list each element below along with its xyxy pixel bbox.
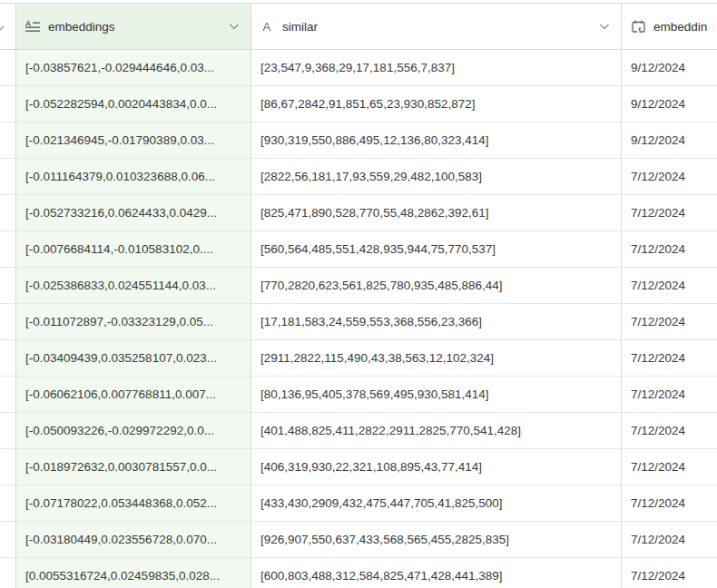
table-row: [-0.021346945,-0.01790389,0.03... [930,3… xyxy=(0,122,717,159)
cell-similar[interactable]: [926,907,550,637,433,568,565,455,2825,83… xyxy=(251,522,622,558)
cell-similar[interactable]: [2822,56,181,17,93,559,29,482,100,583] xyxy=(251,159,622,195)
date-value: 9/12/2024 xyxy=(631,97,685,111)
date-value: 7/12/2024 xyxy=(631,242,685,256)
table-row: [-0.018972632,0.0030781557,0.0... [406,3… xyxy=(0,449,717,485)
row-gutter-cell[interactable] xyxy=(0,413,16,449)
chevron-down-icon[interactable] xyxy=(597,19,612,34)
row-gutter-cell[interactable] xyxy=(0,340,16,377)
row-gutter-cell[interactable] xyxy=(0,522,16,558)
cell-similar[interactable]: [406,319,930,22,321,108,895,43,77,414] xyxy=(251,449,622,485)
cell-embeddings[interactable]: [-0.052733216,0.0624433,0.0429... xyxy=(16,195,251,231)
similar-value: [401,488,825,411,2822,2911,2825,770,541,… xyxy=(260,424,521,437)
table-row: [-0.011164379,0.010323688,0.06... [2822,… xyxy=(0,159,717,195)
cell-embedding-date[interactable]: 7/12/2024 xyxy=(622,522,717,558)
similar-value: [2911,2822,115,490,43,38,563,12,102,324] xyxy=(260,351,494,365)
cell-similar[interactable]: [86,67,2842,91,851,65,23,930,852,872] xyxy=(251,86,622,122)
column-header-label: similar xyxy=(282,20,318,34)
column-header-similar[interactable]: A similar xyxy=(251,4,622,50)
single-line-text-icon: A xyxy=(260,19,275,34)
cell-embedding-date[interactable]: 7/12/2024 xyxy=(622,268,717,304)
column-header-embedding-date[interactable]: embeddin xyxy=(622,4,717,50)
cell-similar[interactable]: [80,136,95,405,378,569,495,930,581,414] xyxy=(251,377,622,413)
cell-embedding-date[interactable]: 7/12/2024 xyxy=(622,449,717,485)
embeddings-value: [-0.03409439,0.035258107,0.023... xyxy=(25,351,217,365)
similar-value: [86,67,2842,91,851,65,23,930,852,872] xyxy=(260,97,475,111)
row-gutter-cell[interactable] xyxy=(0,377,16,413)
embeddings-value: [0.0055316724,0.02459835,0.028... xyxy=(25,569,220,583)
row-gutter-cell[interactable] xyxy=(0,231,16,268)
date-value: 7/12/2024 xyxy=(631,351,685,365)
cell-embedding-date[interactable]: 7/12/2024 xyxy=(622,231,717,268)
similar-value: [406,319,930,22,321,108,895,43,77,414] xyxy=(260,460,482,474)
chevron-down-icon[interactable] xyxy=(227,19,241,34)
row-gutter-cell[interactable] xyxy=(0,86,16,122)
similar-value: [23,547,9,368,29,17,181,556,7,837] xyxy=(260,61,455,74)
cell-embedding-date[interactable]: 7/12/2024 xyxy=(622,304,717,340)
cell-similar[interactable]: [825,471,890,528,770,55,48,2862,392,61] xyxy=(251,195,622,231)
cell-similar[interactable]: [17,181,583,24,559,553,368,556,23,366] xyxy=(251,304,622,340)
cell-similar[interactable]: [23,547,9,368,29,17,181,556,7,837] xyxy=(251,50,622,86)
cell-embedding-date[interactable]: 9/12/2024 xyxy=(622,50,717,86)
cell-embedding-date[interactable]: 7/12/2024 xyxy=(622,558,717,588)
long-text-icon: A xyxy=(25,19,41,34)
data-table: A embeddings A simil xyxy=(0,3,717,588)
row-gutter-cell[interactable] xyxy=(0,449,16,485)
date-value: 9/12/2024 xyxy=(631,133,685,147)
cell-embeddings[interactable]: [-0.07178022,0.053448368,0.052... xyxy=(16,485,251,522)
cell-embedding-date[interactable]: 7/12/2024 xyxy=(622,340,717,377)
cell-embeddings[interactable]: [-0.03409439,0.035258107,0.023... xyxy=(16,340,251,377)
row-gutter-cell[interactable] xyxy=(0,304,16,340)
cell-similar[interactable]: [401,488,825,411,2822,2911,2825,770,541,… xyxy=(251,413,622,449)
row-gutter-cell[interactable] xyxy=(0,268,16,304)
date-value: 7/12/2024 xyxy=(631,387,685,401)
similar-value: [930,319,550,886,495,12,136,80,323,414] xyxy=(260,133,488,147)
cell-embeddings[interactable]: [-0.025386833,0.024551144,0.03... xyxy=(16,268,251,304)
date-value: 9/12/2024 xyxy=(631,61,685,74)
cell-embeddings[interactable]: [-0.052282594,0.0020443834,0.0... xyxy=(16,86,251,122)
cell-similar[interactable]: [600,803,488,312,584,825,471,428,441,389… xyxy=(251,558,622,588)
column-header-embeddings[interactable]: A embeddings xyxy=(16,4,251,50)
cell-embedding-date[interactable]: 9/12/2024 xyxy=(622,86,717,122)
cell-embedding-date[interactable]: 7/12/2024 xyxy=(622,195,717,231)
cell-embeddings[interactable]: [-0.011072897,-0.03323129,0.05... xyxy=(16,304,251,340)
embeddings-value: [-0.052282594,0.0020443834,0.0... xyxy=(25,97,217,111)
cell-embedding-date[interactable]: 9/12/2024 xyxy=(622,122,717,159)
gutter-header-cell xyxy=(0,4,16,50)
cell-embedding-date[interactable]: 7/12/2024 xyxy=(622,159,717,195)
cell-similar[interactable]: [560,564,485,551,428,935,944,75,770,537] xyxy=(251,231,622,268)
cell-similar[interactable]: [770,2820,623,561,825,780,935,485,886,44… xyxy=(251,268,622,304)
cell-embeddings[interactable]: [-0.03180449,0.023556728,0.070... xyxy=(16,522,251,558)
embeddings-value: [-0.018972632,0.0030781557,0.0... xyxy=(25,460,217,474)
cell-embeddings[interactable]: [-0.050093226,-0.029972292,0.0... xyxy=(16,413,251,449)
column-header-label: embeddings xyxy=(48,20,115,34)
cell-embeddings[interactable]: [-0.018972632,0.0030781557,0.0... xyxy=(16,449,251,485)
embeddings-value: [-0.021346945,-0.01790389,0.03... xyxy=(25,133,214,147)
row-gutter-cell[interactable] xyxy=(0,558,16,588)
row-gutter-cell[interactable] xyxy=(0,485,16,522)
cell-embeddings[interactable]: [-0.011164379,0.010323688,0.06... xyxy=(16,159,251,195)
cell-embedding-date[interactable]: 7/12/2024 xyxy=(622,377,717,413)
cell-embeddings[interactable]: [-0.06062106,0.007768811,0.007... xyxy=(16,377,251,413)
row-gutter-cell[interactable] xyxy=(0,122,16,159)
date-value: 7/12/2024 xyxy=(631,460,685,474)
similar-value: [17,181,583,24,559,553,368,556,23,366] xyxy=(260,315,482,328)
embeddings-value: [-0.011164379,0.010323688,0.06... xyxy=(25,170,215,183)
date-value: 7/12/2024 xyxy=(631,424,685,437)
embeddings-value: [-0.011072897,-0.03323129,0.05... xyxy=(25,315,213,328)
embeddings-value: [-0.03180449,0.023556728,0.070... xyxy=(25,533,217,546)
cell-embeddings[interactable]: [0.0055316724,0.02459835,0.028... xyxy=(16,558,251,588)
cell-embeddings[interactable]: [-0.0076684114,-0.010583102,0.... xyxy=(16,231,251,268)
similar-value: [600,803,488,312,584,825,471,428,441,389… xyxy=(260,569,503,583)
row-gutter-cell[interactable] xyxy=(0,50,16,86)
cell-similar[interactable]: [433,430,2909,432,475,447,705,41,825,500… xyxy=(251,485,622,522)
cell-embeddings[interactable]: [-0.021346945,-0.01790389,0.03... xyxy=(16,122,251,159)
cell-embedding-date[interactable]: 7/12/2024 xyxy=(622,485,717,522)
cell-similar[interactable]: [930,319,550,886,495,12,136,80,323,414] xyxy=(251,122,622,159)
date-value: 7/12/2024 xyxy=(631,569,685,583)
row-gutter-cell[interactable] xyxy=(0,159,16,195)
row-gutter-cell[interactable] xyxy=(0,195,16,231)
embeddings-value: [-0.03857621,-0.029444646,0.03... xyxy=(25,61,214,74)
cell-embeddings[interactable]: [-0.03857621,-0.029444646,0.03... xyxy=(16,50,251,86)
cell-similar[interactable]: [2911,2822,115,490,43,38,563,12,102,324] xyxy=(251,340,622,377)
cell-embedding-date[interactable]: 7/12/2024 xyxy=(622,413,717,449)
